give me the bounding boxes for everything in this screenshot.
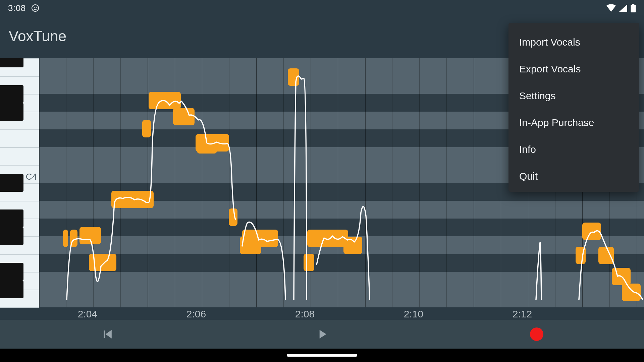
app-screen: 3:08 VoxTune C4 2:042:062:082:102:12 [0,0,644,362]
menu-item-settings[interactable]: Settings [508,82,639,109]
black-key[interactable] [0,85,23,103]
status-bar: 3:08 [0,0,644,16]
status-clock: 3:08 [8,3,26,13]
menu-item-quit[interactable]: Quit [508,163,639,190]
skip-previous-button[interactable] [0,327,215,342]
battery-icon [631,4,636,12]
play-button[interactable] [215,327,429,342]
svg-rect-3 [632,4,635,5]
menu-item-info[interactable]: Info [508,136,639,163]
status-left: 3:08 [8,3,39,13]
record-icon [530,327,543,341]
black-key[interactable] [0,263,23,281]
transport-bar [0,320,644,349]
menu-item-import-vocals[interactable]: Import Vocals [508,29,639,56]
wifi-icon [606,4,616,12]
time-ruler[interactable]: 2:042:062:082:102:12 [39,307,644,320]
record-button[interactable] [429,327,644,341]
time-tick: 2:06 [186,308,206,320]
svg-point-0 [32,5,39,11]
menu-item-in-app-purchase[interactable]: In-App Purchase [508,109,639,136]
overflow-menu: Import VocalsExport VocalsSettingsIn-App… [508,23,639,192]
app-title: VoxTune [9,28,66,45]
svg-rect-4 [631,5,636,12]
time-tick: 2:12 [513,308,532,320]
time-tick: 2:08 [295,308,315,320]
system-nav-bar[interactable] [0,349,644,362]
black-key[interactable] [0,174,23,192]
svg-point-2 [36,7,37,8]
piano-keyboard[interactable]: C4 [0,58,39,307]
black-key[interactable] [0,281,23,298]
face-icon [31,4,39,12]
status-right [606,4,636,12]
time-tick: 2:10 [404,308,423,320]
signal-icon [619,4,627,12]
black-key[interactable] [0,227,23,245]
key-label-c4: C4 [26,172,37,182]
black-key[interactable] [0,209,23,227]
black-key[interactable] [0,103,23,121]
menu-item-export-vocals[interactable]: Export Vocals [508,56,639,82]
svg-point-1 [34,7,35,8]
gesture-handle[interactable] [287,354,357,357]
time-tick: 2:04 [78,308,97,320]
black-key[interactable] [0,58,23,67]
